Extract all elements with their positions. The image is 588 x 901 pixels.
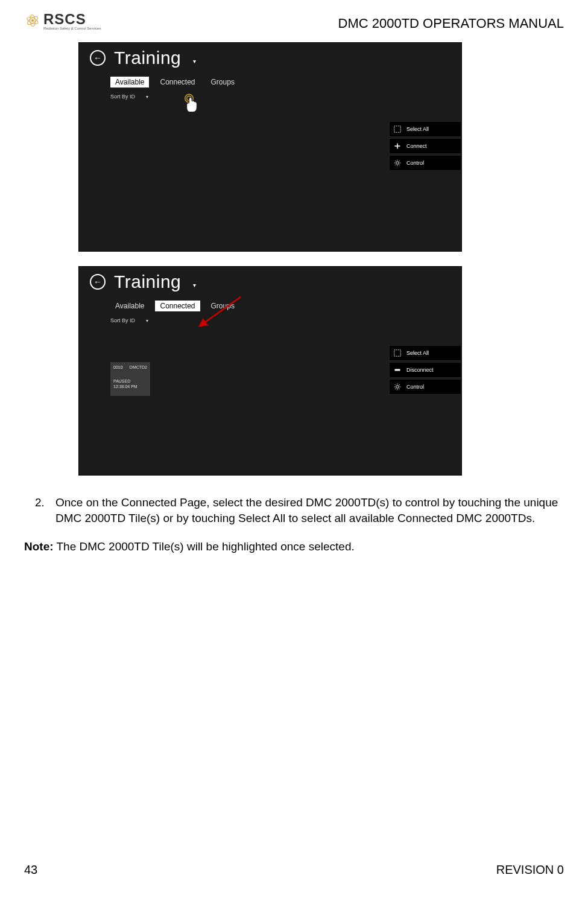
control-label: Control xyxy=(406,160,424,166)
logo-mark-icon xyxy=(24,12,41,29)
screen-title: Training xyxy=(114,48,181,68)
logo-subtext: Radiation Safety & Control Services xyxy=(43,27,101,30)
note-text: The DMC 2000TD Tile(s) will be highlight… xyxy=(54,540,355,553)
step-item: 2. Once on the Connected Page, select th… xyxy=(24,495,564,526)
back-button[interactable]: ← xyxy=(90,274,106,290)
annotation-arrow-icon xyxy=(198,294,247,331)
body-text: 2. Once on the Connected Page, select th… xyxy=(24,495,564,555)
tile-id: 0010 xyxy=(113,365,123,370)
svg-point-0 xyxy=(31,19,34,22)
svg-rect-6 xyxy=(394,126,401,133)
sort-label: Sort By ID xyxy=(110,94,135,100)
back-arrow-icon: ← xyxy=(93,277,102,287)
screenshot-available-tab: ← Training ▾ Available Connected Groups … xyxy=(78,42,462,252)
sort-chevron-icon: ▾ xyxy=(146,94,148,100)
svg-point-7 xyxy=(396,162,399,165)
minus-icon xyxy=(393,366,402,374)
disconnect-label: Disconnect xyxy=(406,367,434,373)
page-footer: 43 REVISION 0 xyxy=(24,863,564,877)
sort-control[interactable]: Sort By ID ▾ xyxy=(79,94,461,100)
document-title: DMC 2000TD OPERATORS MANUAL xyxy=(338,16,564,31)
action-panel: Select All Connect Control xyxy=(389,121,461,172)
touch-cursor-icon xyxy=(183,94,201,114)
tab-bar: Available Connected Groups xyxy=(79,301,461,311)
action-panel: Select All Disconnect Control xyxy=(389,345,461,396)
page: RSCS Radiation Safety & Control Services… xyxy=(0,0,588,901)
svg-rect-10 xyxy=(395,369,400,371)
select-all-icon xyxy=(393,125,402,133)
step-number: 2. xyxy=(24,495,55,526)
screenshot-header: ← Training ▾ xyxy=(79,43,461,71)
step-text: Once on the Connected Page, select the d… xyxy=(55,495,564,526)
title-dropdown-icon[interactable]: ▾ xyxy=(193,58,196,65)
tab-connected[interactable]: Connected xyxy=(155,77,200,88)
svg-rect-9 xyxy=(394,350,401,357)
screenshots-container: ← Training ▾ Available Connected Groups … xyxy=(78,42,564,476)
sort-chevron-icon: ▾ xyxy=(146,318,148,323)
tab-available[interactable]: Available xyxy=(110,301,149,311)
tab-available[interactable]: Available xyxy=(110,77,149,88)
tile-model: DMCTD2 xyxy=(130,365,147,370)
note-line: Note: The DMC 2000TD Tile(s) will be hig… xyxy=(24,539,564,555)
plus-icon xyxy=(393,142,402,150)
title-dropdown-icon[interactable]: ▾ xyxy=(193,282,196,288)
revision-label: REVISION 0 xyxy=(496,863,564,877)
screenshot-connected-tab: ← Training ▾ Available Connected Groups … xyxy=(78,266,462,476)
back-arrow-icon: ← xyxy=(93,53,102,63)
control-label: Control xyxy=(406,384,424,390)
tab-bar: Available Connected Groups xyxy=(79,77,461,88)
disconnect-button[interactable]: Disconnect xyxy=(389,362,461,378)
back-button[interactable]: ← xyxy=(90,50,106,66)
note-label: Note: xyxy=(24,540,54,553)
select-all-button[interactable]: Select All xyxy=(389,345,461,361)
control-button[interactable]: Control xyxy=(389,155,461,171)
tile-time: 12:38:04 PM xyxy=(113,384,147,389)
page-header: RSCS Radiation Safety & Control Services… xyxy=(24,11,564,31)
tab-connected[interactable]: Connected xyxy=(155,301,200,311)
select-all-label: Select All xyxy=(406,126,429,132)
select-all-button[interactable]: Select All xyxy=(389,121,461,137)
screen-title: Training xyxy=(114,272,181,292)
logo: RSCS Radiation Safety & Control Services xyxy=(24,11,101,30)
gear-icon xyxy=(393,383,402,391)
select-all-icon xyxy=(393,349,402,357)
sort-control[interactable]: Sort By ID ▾ xyxy=(79,317,461,323)
select-all-label: Select All xyxy=(406,350,429,356)
device-tile[interactable]: 0010 DMCTD2 PAUSED 12:38:04 PM xyxy=(110,362,150,396)
tile-status: PAUSED xyxy=(113,378,147,384)
tile-header: 0010 DMCTD2 xyxy=(113,365,147,370)
gear-icon xyxy=(393,159,402,167)
svg-point-11 xyxy=(396,386,399,389)
logo-text-block: RSCS Radiation Safety & Control Services xyxy=(43,11,101,30)
tab-groups[interactable]: Groups xyxy=(206,77,239,88)
screenshot-header: ← Training ▾ xyxy=(79,267,461,294)
logo-text: RSCS xyxy=(43,11,101,28)
page-number: 43 xyxy=(24,863,37,877)
sort-label: Sort By ID xyxy=(110,317,135,323)
connect-label: Connect xyxy=(406,143,427,149)
control-button[interactable]: Control xyxy=(389,379,461,395)
svg-line-8 xyxy=(203,297,241,323)
connect-button[interactable]: Connect xyxy=(389,138,461,154)
